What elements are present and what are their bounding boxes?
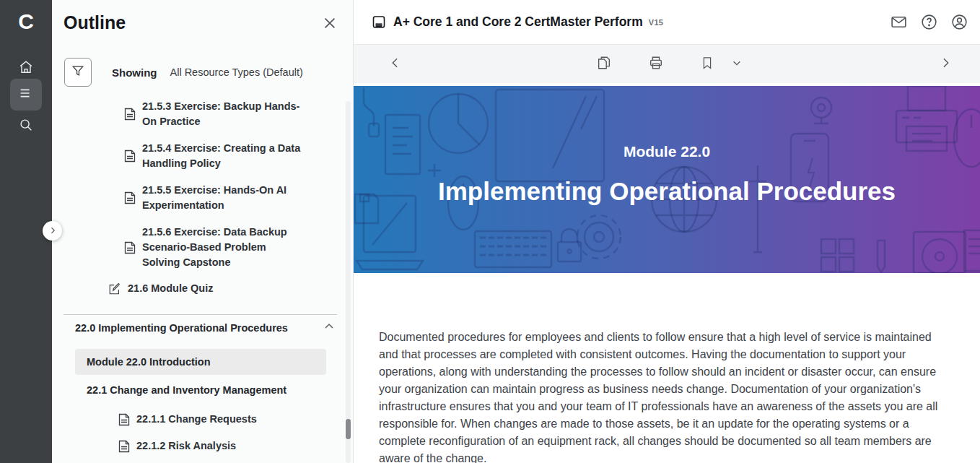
document-icon [118, 413, 130, 426]
outline-scrollbar-thumb[interactable] [346, 419, 351, 439]
document-icon [124, 241, 136, 254]
outline-item[interactable]: 21.5.6 Exercise: Data Backup Scenario-Ba… [124, 225, 303, 270]
outline-item[interactable]: 22.1.1 Change Requests [118, 412, 320, 427]
app-window: C Outline [0, 0, 980, 463]
course-version-badge: V15 [649, 18, 663, 27]
next-page-button[interactable] [935, 45, 955, 84]
filter-showing-label: Showing [112, 66, 157, 79]
outline-item-quiz[interactable]: 21.6 Module Quiz [108, 281, 310, 296]
chevron-left-icon [388, 56, 403, 73]
outline-item-label: 21.6 Module Quiz [128, 281, 213, 296]
outline-divider [64, 314, 337, 315]
course-title: A+ Core 1 and Core 2 CertMaster Perform [393, 14, 643, 30]
bookmark-icon [700, 56, 714, 73]
bookmark-button[interactable] [697, 45, 717, 84]
quiz-pencil-icon [108, 282, 121, 295]
main-content: A+ Core 1 and Core 2 CertMaster Perform … [354, 0, 980, 463]
filter-value[interactable]: All Resource Types (Default) [170, 66, 303, 78]
outline-item[interactable]: 21.5.3 Exercise: Backup Hands-On Practic… [124, 99, 312, 129]
close-outline-button[interactable] [320, 15, 339, 34]
document-icon [124, 150, 136, 163]
outline-panel-title: Outline [64, 12, 126, 33]
outline-item-label: 21.5.5 Exercise: Hands-On AI Experimenta… [142, 183, 312, 213]
previous-page-button[interactable] [385, 45, 406, 84]
outline-section-22[interactable]: 22.0 Implementing Operational Procedures [75, 321, 335, 335]
chevron-right-icon [48, 225, 57, 238]
print-button[interactable] [646, 45, 666, 84]
outline-item-label: 21.5.3 Exercise: Backup Hands-On Practic… [142, 99, 312, 129]
outline-item-label: 22.1.1 Change Requests [136, 412, 257, 427]
chevron-right-icon [938, 56, 953, 73]
outline-nav-button[interactable] [10, 79, 42, 111]
printer-icon [648, 55, 664, 74]
copy-button[interactable] [594, 45, 614, 84]
banner-module-label: Module 22.0 [624, 143, 710, 160]
search-button[interactable] [10, 111, 42, 142]
chevron-down-icon [732, 58, 742, 71]
chevron-up-icon [323, 321, 335, 335]
outline-item[interactable]: 22.1.2 Risk Analysis [118, 438, 320, 454]
search-icon [18, 117, 34, 136]
course-header: A+ Core 1 and Core 2 CertMaster Perform … [354, 0, 980, 44]
comptia-logo: C [0, 7, 52, 36]
course-book-icon [372, 15, 386, 30]
reader-toolbar [354, 44, 980, 83]
copy-icon [596, 55, 612, 74]
outline-item-label: 22.1 Change and Inventory Management [87, 384, 286, 396]
bookmark-menu-button[interactable] [727, 45, 746, 84]
filter-funnel-icon [71, 64, 85, 81]
lesson-paragraph: Documented procedures for employees and … [379, 329, 950, 463]
banner-title: Implementing Operational Procedures [438, 177, 896, 206]
outline-section-label: 22.0 Implementing Operational Procedures [75, 322, 288, 334]
panel-expand-button[interactable] [43, 221, 62, 241]
outline-list-icon [18, 85, 34, 104]
module-banner: Module 22.0 Implementing Operational Pro… [354, 86, 980, 273]
document-icon [124, 108, 136, 121]
filter-row: Showing All Resource Types (Default) [64, 58, 303, 87]
help-button[interactable] [920, 13, 938, 31]
outline-item-label: 22.1.2 Risk Analysis [136, 438, 236, 454]
filter-button[interactable] [64, 58, 92, 87]
outline-item[interactable]: 21.5.4 Exercise: Creating a Data Handlin… [124, 141, 312, 171]
close-icon [322, 15, 338, 34]
outline-item[interactable]: 21.5.5 Exercise: Hands-On AI Experimenta… [124, 183, 312, 213]
account-button[interactable] [950, 13, 968, 31]
home-icon [18, 59, 34, 78]
outline-item-label: Module 22.0 Introduction [87, 356, 211, 368]
outline-scrollbar[interactable] [346, 101, 351, 463]
outline-panel: Outline Showing All Resource Types (Defa… [52, 0, 354, 463]
document-icon [124, 191, 136, 204]
outline-item-label: 21.5.4 Exercise: Creating a Data Handlin… [142, 141, 312, 171]
outline-item[interactable]: 22.1 Change and Inventory Management [87, 384, 286, 396]
outline-item-selected[interactable]: Module 22.0 Introduction [75, 349, 326, 375]
outline-item-label: 21.5.6 Exercise: Data Backup Scenario-Ba… [142, 225, 303, 270]
document-icon [118, 440, 130, 453]
messages-button[interactable] [890, 13, 908, 31]
